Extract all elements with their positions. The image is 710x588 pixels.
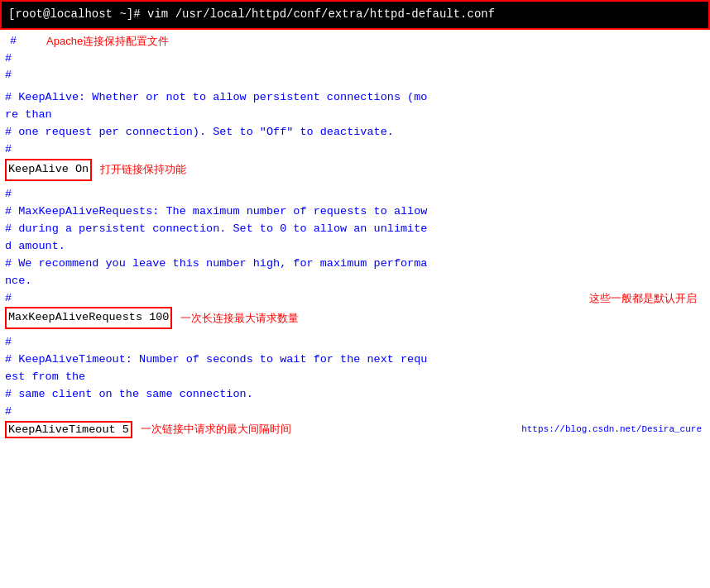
keepalive-comment-1: # KeepAlive: Whether or not to allow per… xyxy=(0,89,710,107)
maxreq-setting-row: MaxKeepAliveRequests 100 一次长连接最大请求数量 xyxy=(0,307,710,329)
keepalive-comment-3: # one request per connection). Set to "O… xyxy=(0,124,710,141)
timeout-comment-1: # KeepAliveTimeout: Number of seconds to… xyxy=(0,351,710,369)
timeout-comment-3: # same client on the same connection. xyxy=(0,386,710,404)
maxreq-annotation: 一次长连接最大请求数量 xyxy=(180,310,299,327)
hash-line-3: # xyxy=(0,67,710,84)
keepalive-comment-2: re than xyxy=(0,107,710,124)
timeout-setting-row: KeepAliveTimeout 5 一次链接中请求的最大间隔时间 https:… xyxy=(0,421,710,438)
maxreq-setting-text: MaxKeepAliveRequests 100 xyxy=(8,311,169,323)
hash-line-5: # xyxy=(5,290,12,308)
maxreq-comment-2: # during a persistent connection. Set to… xyxy=(0,221,710,238)
keepalive-setting-text: KeepAlive On xyxy=(8,163,89,175)
apache-header: # Apache连接保持配置文件 xyxy=(0,33,710,50)
timeout-annotation: 一次链接中请求的最大间隔时间 xyxy=(141,422,291,437)
maxreq-comment-5: nce. xyxy=(0,273,710,290)
keepalive-annotation: 打开链接保持功能 xyxy=(100,161,186,178)
maxreq-comment-4: # We recommend you leave this number hig… xyxy=(0,256,710,273)
url-text: https://blog.csdn.net/Desira_cure xyxy=(521,424,702,434)
hash-with-annotation: # 这些一般都是默认开启 xyxy=(0,290,710,308)
maxreq-setting-box: MaxKeepAliveRequests 100 xyxy=(5,307,172,329)
keepalive-setting-box: KeepAlive On xyxy=(5,159,92,181)
apache-annotation: Apache连接保持配置文件 xyxy=(46,34,169,49)
keepalive-setting-row: KeepAlive On 打开链接保持功能 xyxy=(0,159,710,181)
command-text: [root@localhost ~]# vim /usr/local/httpd… xyxy=(8,7,495,21)
hash-line-1: # xyxy=(5,33,22,50)
hash-line-2: # xyxy=(0,50,710,68)
hash-line-4: # xyxy=(0,186,710,203)
timeout-comment-2: est from the xyxy=(0,369,710,386)
default-enabled-annotation: 这些一般都是默认开启 xyxy=(589,291,697,306)
page-container: [root@localhost ~]# vim /usr/local/httpd… xyxy=(0,0,710,442)
hash-line-6: # xyxy=(0,334,710,351)
timeout-setting-text: KeepAliveTimeout 5 xyxy=(8,423,129,436)
keepalive-comment-4: # xyxy=(0,141,710,159)
timeout-comment-4: # xyxy=(0,404,710,421)
content-area: # Apache连接保持配置文件 # # # KeepAlive: Whethe… xyxy=(0,30,710,442)
maxreq-comment-1: # MaxKeepAliveRequests: The maximum numb… xyxy=(0,203,710,221)
timeout-setting-box: KeepAliveTimeout 5 xyxy=(5,421,132,438)
maxreq-comment-3: d amount. xyxy=(0,238,710,256)
terminal-command: [root@localhost ~]# vim /usr/local/httpd… xyxy=(0,0,710,30)
